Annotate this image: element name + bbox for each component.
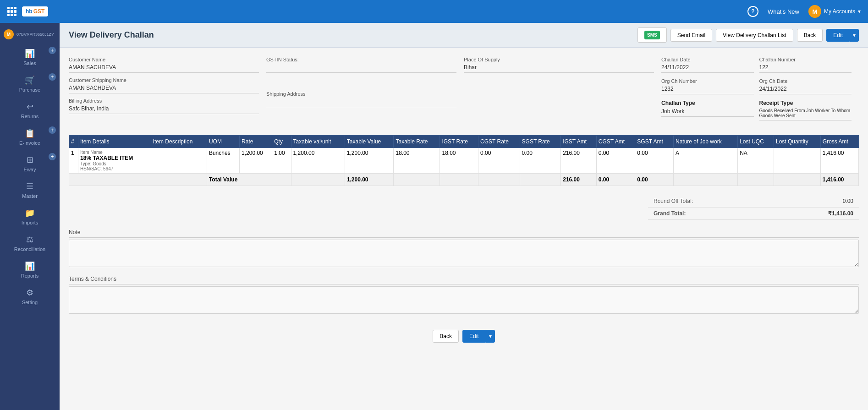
sidebar-item-imports[interactable]: 📁 Imports (0, 203, 60, 230)
my-accounts-label: My Accounts (824, 8, 855, 15)
challan-type-block: Challan Type Job Work (661, 100, 754, 120)
page-title: View Delivery Challan (69, 30, 154, 40)
col-sgst-amt: SGST Amt (635, 136, 674, 148)
whats-new-link[interactable]: What's New (768, 8, 799, 15)
sidebar-account: M 07BVRPR3650J1ZY (0, 27, 60, 42)
cell-taxable-val-unit: 1,200.00 (291, 148, 345, 174)
cell-igst-amt: 216.00 (561, 148, 597, 174)
shipping-address-value (266, 98, 456, 107)
challan-number-block: Challan Number 122 (759, 57, 852, 73)
terms-textarea[interactable] (69, 286, 859, 314)
sidebar-item-einvoice[interactable]: + 📋 E-Invoice (0, 124, 60, 150)
bottom-actions: Back Edit ▾ (69, 323, 859, 350)
help-icon[interactable]: ? (747, 6, 758, 17)
sidebar-item-setting[interactable]: ⚙ Setting (0, 283, 60, 310)
sidebar-item-purchase[interactable]: + 🛒 Purchase (0, 71, 60, 97)
eway-icon: ⊞ (27, 155, 33, 165)
sidebar-label-setting: Setting (22, 300, 38, 305)
header-actions: SMS Send Email View Delivery Challan Lis… (637, 27, 859, 43)
customer-name-value: AMAN SACHDEVA (69, 64, 259, 73)
total-sgst-amt: 0.00 (635, 174, 674, 186)
reconciliation-icon: ⚖ (26, 235, 33, 245)
note-section: Note (69, 229, 859, 268)
sidebar-label-einvoice: E-Invoice (19, 140, 40, 146)
edit-dropdown-arrow-bottom[interactable]: ▾ (486, 330, 495, 343)
sidebar-account-id: 07BVRPR3650J1ZY (16, 32, 54, 37)
edit-button-header[interactable]: Edit (826, 29, 850, 42)
customer-shipping-label: Customer Shipping Name (69, 77, 259, 83)
note-textarea[interactable] (69, 240, 859, 267)
table-row: 1 Item Name 18% TAXABLE ITEM Type: Goods… (69, 148, 859, 174)
cell-lost-uqc: NA (738, 148, 774, 174)
edit-dropdown-arrow[interactable]: ▾ (850, 29, 859, 42)
grand-total-label: Grand Total: (654, 210, 686, 217)
gstin-status-value (266, 64, 456, 73)
item-type-value: Type: Goods (80, 161, 149, 166)
sidebar-item-sales[interactable]: + 📊 Sales (0, 44, 60, 71)
sidebar-item-reconciliation[interactable]: ⚖ Reconciliation (0, 230, 60, 257)
cell-num: 1 (69, 148, 78, 174)
cell-igst-rate: 18.00 (440, 148, 478, 174)
back-button-bottom[interactable]: Back (433, 330, 459, 343)
total-label-text: Total Value (207, 174, 291, 186)
master-icon: ☰ (26, 181, 33, 191)
total-cgst-amt: 0.00 (596, 174, 635, 186)
cell-uom: Bunches (207, 148, 239, 174)
grand-total-value: ₹1,416.00 (828, 210, 853, 217)
cell-taxable-value: 1,200.00 (345, 148, 394, 174)
cell-taxable-rate: 18.00 (394, 148, 440, 174)
sidebar-label-sales: Sales (23, 60, 36, 66)
item-name-value: 18% TAXABLE ITEM (80, 155, 149, 161)
page-header: View Delivery Challan SMS Send Email Vie… (60, 23, 868, 48)
sms-button[interactable]: SMS (637, 27, 667, 43)
challan-number-value: 122 (759, 64, 852, 73)
purchase-plus-icon[interactable]: + (49, 73, 56, 81)
sidebar-item-eway[interactable]: + ⊞ Eway (0, 150, 60, 177)
view-delivery-challan-list-button[interactable]: View Delivery Challan List (716, 29, 793, 42)
logo[interactable]: hbGST (22, 6, 48, 16)
shipping-address-label: Shipping Address (266, 91, 456, 97)
col-taxable-value: Taxable Value (345, 136, 394, 148)
sidebar-label-master: Master (22, 193, 38, 199)
grid-menu-icon[interactable] (7, 7, 16, 16)
table-header-row: # Item Details Item Description UOM Rate… (69, 136, 859, 148)
place-of-supply-section: Place Of Supply Bihar (464, 57, 661, 126)
edit-button-bottom[interactable]: Edit (462, 330, 486, 343)
total-lost-qty (774, 174, 820, 186)
sidebar-item-master[interactable]: ☰ Master (0, 177, 60, 203)
col-sgst-rate: SGST Rate (520, 136, 561, 148)
billing-address-label: Billing Address (69, 98, 259, 104)
item-name-label: Item Name (80, 150, 149, 155)
col-uom: UOM (207, 136, 239, 148)
challan-type-value: Job Work (661, 108, 754, 117)
org-ch-date-block: Org Ch Date 24/11/2022 (759, 78, 852, 94)
back-button-header[interactable]: Back (797, 29, 823, 42)
eway-plus-icon[interactable]: + (49, 153, 56, 160)
chevron-down-icon: ▾ (858, 8, 861, 15)
my-accounts-menu[interactable]: M My Accounts ▾ (808, 5, 861, 18)
sales-plus-icon[interactable]: + (49, 47, 56, 54)
sidebar-item-reports[interactable]: 📊 Reports (0, 257, 60, 283)
main-content: View Delivery Challan SMS Send Email Vie… (60, 23, 868, 410)
sidebar-label-reconciliation: Reconciliation (14, 246, 45, 252)
einvoice-icon: 📋 (25, 128, 35, 138)
receipt-type-block: Receipt Type Goods Received From Job Wor… (759, 100, 852, 120)
send-email-button[interactable]: Send Email (670, 29, 712, 42)
total-taxable-value: 1,200.00 (345, 174, 394, 186)
col-taxable-rate: Taxable Rate (394, 136, 440, 148)
gstin-status-label: GSTIN Status: (266, 57, 456, 62)
challan-type-label: Challan Type (661, 100, 754, 106)
sidebar-label-purchase: Purchase (19, 87, 40, 93)
cell-qty: 1.00 (272, 148, 291, 174)
avatar: M (808, 5, 821, 18)
gstin-section: GSTIN Status: Shipping Address (266, 57, 464, 126)
sidebar-item-returns[interactable]: ↩ Returns (0, 97, 60, 124)
cell-cgst-amt: 0.00 (596, 148, 635, 174)
customer-name-label: Customer Name (69, 57, 259, 62)
einvoice-plus-icon[interactable]: + (49, 126, 56, 134)
edit-button-group: Edit ▾ (826, 29, 859, 42)
cell-item-description (151, 148, 207, 174)
cell-item-details: Item Name 18% TAXABLE ITEM Type: Goods H… (78, 148, 151, 174)
returns-icon: ↩ (27, 102, 33, 112)
col-item-description: Item Description (151, 136, 207, 148)
